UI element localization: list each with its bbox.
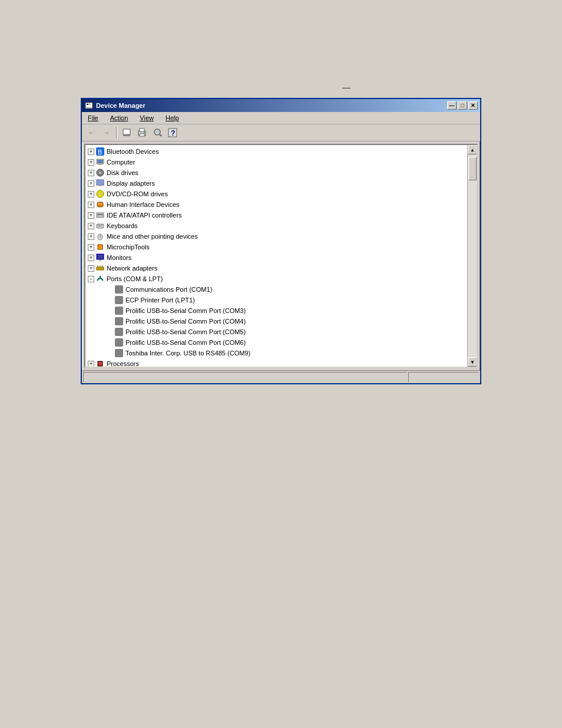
svg-point-29 <box>98 203 100 205</box>
label-display: Display adapters <box>107 180 155 187</box>
svg-point-43 <box>100 246 101 248</box>
svg-point-22 <box>99 172 101 174</box>
svg-text:B: B <box>98 149 102 156</box>
expand-spacer-com4 <box>107 318 113 325</box>
expand-btn-network[interactable]: + <box>88 265 94 272</box>
tree-item-hid[interactable]: +Human Interface Devices <box>85 199 467 210</box>
svg-point-10 <box>144 132 145 133</box>
expand-btn-microchip[interactable]: + <box>88 244 94 251</box>
svg-line-13 <box>160 134 161 136</box>
expand-btn-mice[interactable]: + <box>88 233 94 240</box>
tree-item-ide[interactable]: +IDE ATA/ATAPI controllers <box>85 210 467 220</box>
label-com5: Prolific USB-to-Serial Comm Port (COM5) <box>125 328 246 335</box>
title-bar: Device Manager — □ ✕ <box>82 99 480 112</box>
label-disk: Disk drives <box>107 169 138 176</box>
tree-item-dvd[interactable]: +DVD/CD-ROM drives <box>85 189 467 199</box>
svg-rect-36 <box>101 225 102 225</box>
scroll-down-button[interactable]: ▼ <box>468 357 477 367</box>
label-dvd: DVD/CD-ROM drives <box>107 190 168 197</box>
expand-btn-ports[interactable]: − <box>88 276 94 282</box>
svg-rect-54 <box>115 307 123 315</box>
icon-monitors <box>95 253 105 262</box>
tree-item-ports[interactable]: −Ports (COM & LPT) <box>85 274 467 284</box>
tree-item-mice[interactable]: +Mice and other pointing devices <box>85 231 467 242</box>
scroll-up-button[interactable]: ▲ <box>468 145 477 154</box>
tree-item-com1[interactable]: Communications Port (COM1) <box>85 284 467 295</box>
tree-item-microchip[interactable]: +MicrochipTools <box>85 242 467 252</box>
icon-disk <box>95 168 105 177</box>
tree-item-disk[interactable]: +Disk drives <box>85 167 467 178</box>
tree-item-com5[interactable]: Prolific USB-to-Serial Comm Port (COM5) <box>85 327 467 337</box>
label-network: Network adapters <box>107 265 157 272</box>
label-com1: Communications Port (COM1) <box>125 286 212 293</box>
title-buttons: — □ ✕ <box>447 101 478 110</box>
svg-rect-34 <box>97 225 98 225</box>
svg-rect-37 <box>103 225 103 225</box>
properties-button[interactable] <box>120 126 134 139</box>
menu-file[interactable]: File <box>84 113 102 123</box>
label-lpt1: ECP Printer Port (LPT1) <box>125 297 195 304</box>
tree-item-monitors[interactable]: +Monitors <box>85 252 467 263</box>
expand-btn-computer[interactable]: + <box>88 159 94 166</box>
svg-rect-58 <box>115 349 123 357</box>
minimize-button[interactable]: — <box>447 101 457 110</box>
tree-item-com4[interactable]: Prolific USB-to-Serial Comm Port (COM4) <box>85 316 467 327</box>
expand-btn-bluetooth[interactable]: + <box>88 149 94 155</box>
forward-button[interactable]: → <box>100 126 114 139</box>
tree-item-network[interactable]: +Network adapters <box>85 263 467 274</box>
expand-btn-disk[interactable]: + <box>88 170 94 176</box>
label-bluetooth: Bluetooth Devices <box>107 148 159 155</box>
svg-rect-19 <box>98 164 102 165</box>
expand-spacer-com5 <box>107 329 113 335</box>
maximize-button[interactable]: □ <box>458 101 467 110</box>
tree-item-lpt1[interactable]: ECP Printer Port (LPT1) <box>85 295 467 305</box>
svg-rect-5 <box>124 130 130 134</box>
tree-item-com6[interactable]: Prolific USB-to-Serial Comm Port (COM6) <box>85 337 467 348</box>
status-bar <box>82 370 480 383</box>
expand-btn-monitors[interactable]: + <box>88 255 94 261</box>
tree-item-bluetooth[interactable]: +BBluetooth Devices <box>85 146 467 157</box>
label-keyboard: Keyboards <box>107 222 138 229</box>
tree-item-com3[interactable]: Prolific USB-to-Serial Comm Port (COM3) <box>85 305 467 316</box>
svg-text:?: ? <box>171 129 175 137</box>
svg-rect-55 <box>115 317 123 325</box>
icon-hid <box>95 200 105 209</box>
icon-dvd <box>95 189 105 199</box>
menu-action[interactable]: Action <box>107 113 132 123</box>
tree-item-display[interactable]: +Display adapters <box>85 178 467 189</box>
tree-item-processors[interactable]: +Processors <box>85 358 467 367</box>
label-processors: Processors <box>107 360 139 367</box>
icon-com5 <box>114 327 124 337</box>
icon-mice <box>95 232 105 241</box>
expand-btn-hid[interactable]: + <box>88 202 94 208</box>
scroll-track[interactable] <box>468 154 477 357</box>
back-button[interactable]: ← <box>84 126 98 139</box>
label-com6: Prolific USB-to-Serial Comm Port (COM6) <box>125 339 246 346</box>
tree-item-keyboard[interactable]: +Keyboards <box>85 220 467 231</box>
scan-button[interactable] <box>150 126 164 139</box>
close-button[interactable]: ✕ <box>468 101 478 110</box>
svg-rect-25 <box>97 180 103 185</box>
menu-view[interactable]: View <box>136 113 157 123</box>
icon-keyboard <box>95 221 105 230</box>
scroll-thumb[interactable] <box>468 157 477 180</box>
expand-btn-display[interactable]: + <box>88 180 94 187</box>
tree-item-computer[interactable]: +Computer <box>85 157 467 167</box>
print-button[interactable] <box>135 126 149 139</box>
expand-btn-dvd[interactable]: + <box>88 191 94 197</box>
label-mice: Mice and other pointing devices <box>107 233 198 240</box>
menu-bar: File Action View Help <box>82 112 480 124</box>
scrollbar[interactable]: ▲ ▼ <box>467 145 477 367</box>
expand-btn-processors[interactable]: + <box>88 361 94 367</box>
menu-help[interactable]: Help <box>162 113 183 123</box>
help-button[interactable]: ? <box>166 126 180 139</box>
icon-lpt1 <box>114 295 124 305</box>
status-panel-main <box>83 372 407 383</box>
tree-item-com9[interactable]: Toshiba Inter. Corp. USB to RS485 (COM9) <box>85 348 467 358</box>
expand-btn-keyboard[interactable]: + <box>88 223 94 229</box>
svg-rect-46 <box>99 259 101 261</box>
svg-rect-20 <box>97 160 103 163</box>
expand-btn-ide[interactable]: + <box>88 212 94 219</box>
tree-view[interactable]: +BBluetooth Devices+Computer+Disk drives… <box>85 145 467 367</box>
svg-rect-9 <box>140 134 144 136</box>
